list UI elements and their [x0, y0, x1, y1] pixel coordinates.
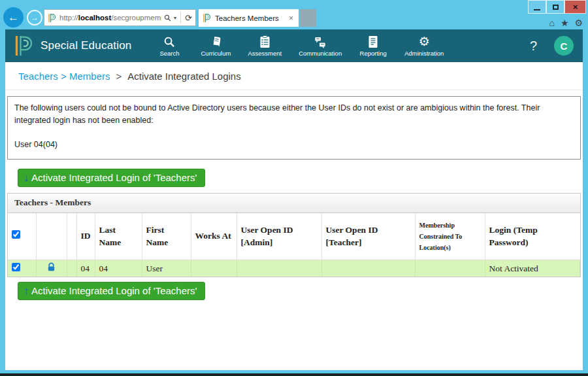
nav-item-assessment[interactable]: Assessment: [248, 35, 282, 57]
search-icon: [163, 35, 176, 48]
breadcrumb: Teachers > Members > Activate Integrated…: [5, 62, 583, 90]
row-lock-cell: [36, 260, 67, 277]
help-button[interactable]: ?: [525, 39, 542, 54]
nav-item-reporting[interactable]: Reporting: [359, 35, 387, 57]
site-favicon: [48, 13, 56, 23]
maximize-button[interactable]: [546, 0, 564, 14]
nav-label: Curriculum: [201, 50, 231, 57]
address-dropdown-caret-icon[interactable]: ▾: [174, 15, 176, 21]
app-header: Special Education Search Curriculum Asse…: [5, 29, 583, 62]
nav-label: Reporting: [360, 50, 387, 57]
nav-item-search[interactable]: Search: [155, 35, 184, 57]
address-bar[interactable]: http://localhost/secgroupmembers.. ▾ ⟳: [44, 9, 196, 26]
breadcrumb-current: Activate Integrated Logins: [127, 71, 240, 82]
minimize-icon: [534, 9, 540, 10]
up-arrow-icon: ↑: [24, 286, 29, 296]
nav-item-communication[interactable]: Communication: [299, 35, 342, 57]
user-avatar[interactable]: C: [554, 36, 574, 56]
notice-box: The following users could not be bound t…: [7, 96, 581, 160]
spacer-column-header: [67, 213, 76, 260]
nav-label: Search: [159, 50, 179, 57]
activate-button-label: Activate Integrated Login of 'Teachers': [31, 172, 197, 183]
clipboard-icon: [259, 35, 270, 48]
row-user-open-id-admin: [237, 260, 321, 277]
nav-item-administration[interactable]: ⚙ Administration: [404, 35, 444, 57]
back-button[interactable]: ←: [3, 7, 24, 27]
page-content: The following users could not be bound t…: [5, 90, 583, 300]
select-all-checkbox[interactable]: [12, 230, 20, 239]
main-nav: Search Curriculum Assessment Communicati…: [155, 35, 444, 57]
row-membership: [415, 260, 485, 277]
select-all-header: [8, 213, 36, 260]
favorites-star-icon[interactable]: ★: [561, 17, 569, 29]
down-arrow-icon: ↓: [24, 173, 29, 183]
tab-close-icon[interactable]: ×: [287, 14, 295, 23]
notice-user: User 04(04): [14, 139, 574, 151]
members-table: ID Last Name First Name Works At User Op…: [8, 213, 580, 277]
url-scheme: http://: [59, 14, 78, 22]
row-spacer-cell: [67, 260, 76, 277]
row-login-status: Not Activated: [485, 260, 580, 277]
forward-arrow-icon: →: [31, 13, 39, 22]
activate-button-label: Activate Integrated Login of 'Teachers': [31, 285, 197, 296]
url-path: /secgroupmembers..: [111, 14, 161, 22]
nav-label: Communication: [299, 50, 342, 57]
back-arrow-icon: ←: [8, 11, 19, 24]
address-search-icon[interactable]: [164, 14, 171, 22]
chat-bubbles-icon: [314, 35, 327, 48]
maximize-icon: [553, 5, 559, 10]
row-last-name: 04: [95, 260, 142, 277]
notice-text: The following users could not be bound t…: [14, 102, 574, 127]
settings-gear-icon[interactable]: ⚙: [574, 17, 583, 29]
row-id: 04: [76, 260, 95, 277]
row-checkbox[interactable]: [12, 263, 20, 271]
row-select-cell: [8, 260, 36, 277]
close-icon: ×: [573, 3, 578, 11]
column-header-user-open-id-teacher: User Open ID [Teacher]: [321, 213, 415, 260]
url-host: localhost: [78, 14, 111, 22]
book-icon: [210, 35, 222, 48]
minimize-button[interactable]: [528, 0, 546, 14]
app-logo-icon: [14, 34, 33, 58]
url-text[interactable]: http://localhost/secgroupmembers..: [59, 14, 161, 22]
row-user-open-id-teacher: [321, 260, 415, 277]
column-header-works-at: Works At: [191, 213, 237, 260]
activate-login-button-top[interactable]: ↓ Activate Integrated Login of 'Teachers…: [18, 169, 205, 187]
lock-icon: [46, 262, 56, 272]
table-row: 04 04 User Not Activated: [8, 260, 580, 277]
browser-tab[interactable]: Teachers Members ×: [199, 9, 299, 27]
column-header-first-name: First Name: [142, 213, 191, 260]
row-works-at: [191, 260, 237, 277]
app-window: Special Education Search Curriculum Asse…: [5, 29, 583, 370]
tab-favicon: [203, 13, 211, 23]
table-header-row: ID Last Name First Name Works At User Op…: [8, 213, 580, 260]
breadcrumb-separator: >: [116, 71, 122, 82]
titlebar: × ⌂ ★ ⚙ ← → http://localhost/secgroupmem…: [0, 0, 588, 29]
column-header-last-name: Last Name: [95, 213, 142, 260]
breadcrumb-link-teachers-members[interactable]: Teachers > Members: [18, 71, 110, 82]
activate-login-button-bottom[interactable]: ↑ Activate Integrated Login of 'Teachers…: [18, 282, 205, 300]
lock-column-header: [36, 213, 67, 260]
row-first-name: User: [142, 260, 191, 277]
report-document-icon: [368, 35, 378, 48]
nav-label: Assessment: [248, 50, 282, 57]
home-icon[interactable]: ⌂: [549, 17, 554, 29]
panel-title: Teachers - Members: [8, 194, 580, 213]
column-header-login: Login (Temp Password): [485, 213, 580, 260]
members-panel: Teachers - Members ID Last Name First Na…: [7, 193, 581, 277]
forward-button[interactable]: →: [27, 10, 42, 26]
nav-label: Administration: [404, 50, 444, 57]
refresh-icon[interactable]: ⟳: [180, 12, 192, 24]
nav-item-curriculum[interactable]: Curriculum: [201, 35, 231, 57]
app-title: Special Education: [41, 39, 132, 52]
browser-quick-icons: ⌂ ★ ⚙: [549, 17, 583, 29]
new-tab-button[interactable]: [300, 9, 316, 27]
column-header-membership: Membership Constrained To Location(s): [415, 213, 485, 260]
tab-title: Teachers Members: [215, 14, 287, 22]
column-header-user-open-id-admin: User Open ID [Admin]: [237, 213, 321, 260]
admin-gear-icon: ⚙: [419, 35, 430, 48]
column-header-id: ID: [76, 213, 95, 260]
window-bottom-edge: [0, 373, 588, 376]
close-button[interactable]: ×: [564, 0, 586, 14]
window-controls: ×: [528, 0, 586, 14]
